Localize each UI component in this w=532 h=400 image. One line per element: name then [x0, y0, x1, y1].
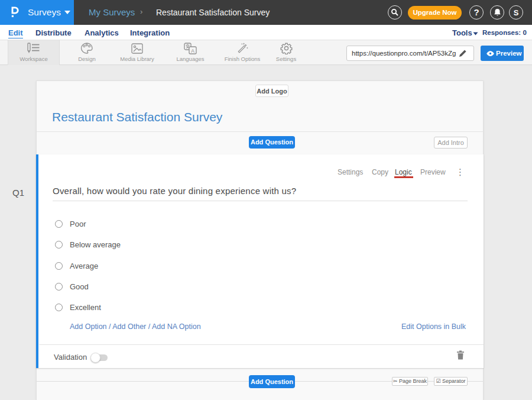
- svg-text:A: A: [191, 48, 194, 54]
